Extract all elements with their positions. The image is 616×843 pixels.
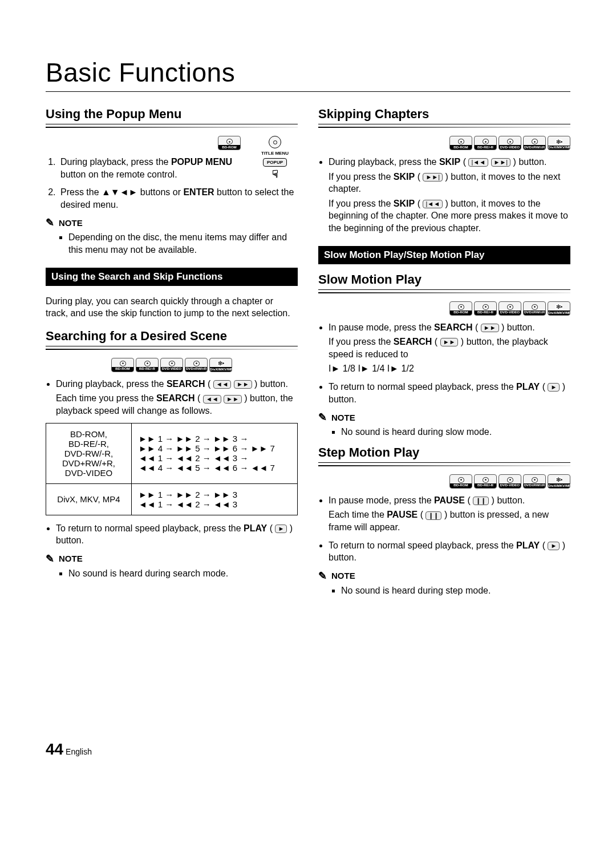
slow-bullet: In pause mode, press the SEARCH ( ►► ) b… — [329, 321, 570, 375]
play-icon: ► — [275, 525, 287, 533]
note-item: No sound is heard during step mode. — [341, 584, 570, 597]
media-badge: BD-ROM — [218, 136, 241, 150]
hand-pointer-icon: ☟ — [272, 169, 278, 179]
table-media-cell: DivX, MKV, MP4 — [46, 483, 132, 515]
note-heading: ✎ NOTE — [46, 216, 298, 229]
note-item: Depending on the disc, the menu items ma… — [68, 231, 298, 256]
rewind-icon: ◄◄ — [213, 380, 232, 389]
table-speed-cell: ►► 1 → ►► 2 → ►► 3 ◄◄ 1 → ◄◄ 2 → ◄◄ 3 — [131, 483, 297, 515]
skip-back-icon: |◄◄ — [468, 158, 488, 167]
search-bullet: During playback, press the SEARCH ( ◄◄ ►… — [56, 378, 298, 417]
pencil-icon: ✎ — [318, 411, 327, 423]
forward-icon: ►► — [481, 324, 499, 332]
slow-return-bullet: To return to normal speed playback, pres… — [329, 381, 570, 405]
media-badge-row: BD-ROM BD-RE/-R DVD-VIDEO DVD±RW/±R DivX… — [46, 358, 298, 372]
pause-icon: ❙❙ — [425, 511, 441, 520]
left-column: Using the Popup Menu TITLE MENU POPUP ☟ … — [46, 107, 298, 603]
title-menu-label: TITLE MENU — [261, 151, 289, 156]
disc-icon — [269, 136, 281, 148]
heading-skipping-chapters: Skipping Chapters — [318, 107, 570, 122]
forward-icon: ►► — [440, 338, 459, 346]
pencil-icon: ✎ — [318, 570, 327, 582]
table-media-cell: BD-ROM, BD-RE/-R, DVD-RW/-R, DVD+RW/+R, … — [46, 423, 132, 483]
remote-popup-diagram: TITLE MENU POPUP ☟ — [252, 136, 298, 179]
step-2: Press the ▲▼◄► buttons or ENTER button t… — [58, 186, 298, 211]
popup-key: POPUP — [263, 158, 287, 167]
rewind-icon: ◄◄ — [203, 395, 221, 404]
section-bar-slow-step: Slow Motion Play/Step Motion Play — [318, 246, 570, 264]
slow-speed-steps: I► 1/8 I► 1/4 I► 1/2 — [329, 362, 570, 375]
skip-back-icon: |◄◄ — [423, 200, 443, 208]
skip-forward-icon: ►►| — [491, 158, 511, 167]
manual-page: Basic Functions Using the Popup Menu TIT… — [0, 0, 616, 793]
right-column: Skipping Chapters BD-ROM BD-RE/-R DVD-VI… — [318, 107, 570, 603]
media-badge-row: BD-ROM BD-RE/-R DVD-VIDEO DVD±RW/±R DivX… — [318, 301, 570, 316]
note-item: No sound is heard during search mode. — [68, 567, 298, 580]
forward-icon: ►► — [234, 380, 252, 389]
skip-bullet: During playback, press the SKIP ( |◄◄ ►►… — [329, 156, 570, 235]
section-bar-search-skip: Using the Search and Skip Functions — [46, 268, 298, 286]
forward-icon: ►► — [224, 395, 242, 404]
search-skip-desc: During play, you can search quickly thro… — [46, 295, 298, 320]
note-heading: ✎ NOTE — [318, 411, 570, 423]
page-number: 44 — [46, 740, 63, 759]
pencil-icon: ✎ — [46, 216, 54, 229]
pause-icon: ❙❙ — [473, 497, 489, 505]
media-badge-row: BD-ROM BD-RE/-R DVD-VIDEO DVD±RW/±R DivX… — [318, 474, 570, 489]
skip-forward-icon: ►►| — [423, 173, 443, 181]
table-speed-cell: ►► 1 → ►► 2 → ►► 3 → ►► 4 → ►► 5 → ►► 6 … — [131, 423, 297, 483]
page-language: English — [66, 747, 92, 756]
page-footer: 44 English — [46, 740, 570, 759]
return-bullet: To return to normal speed playback, pres… — [56, 522, 298, 547]
page-title: Basic Functions — [46, 57, 570, 88]
media-badge-row: BD-ROM BD-RE/-R DVD-VIDEO DVD±RW/±R DivX… — [318, 136, 570, 150]
note-heading: ✎ NOTE — [46, 552, 298, 565]
note-heading: ✎ NOTE — [318, 570, 570, 582]
heading-searching-scene: Searching for a Desired Scene — [46, 329, 298, 344]
step-return-bullet: To return to normal speed playback, pres… — [329, 539, 570, 564]
heading-popup-menu: Using the Popup Menu — [46, 107, 298, 122]
step-bullet: In pause mode, press the PAUSE ( ❙❙ ) bu… — [329, 494, 570, 534]
speed-table: BD-ROM, BD-RE/-R, DVD-RW/-R, DVD+RW/+R, … — [46, 423, 298, 515]
play-icon: ► — [548, 383, 560, 392]
heading-slow-motion: Slow Motion Play — [318, 272, 570, 287]
heading-step-motion: Step Motion Play — [318, 445, 570, 460]
pencil-icon: ✎ — [46, 552, 54, 565]
note-item: No sound is heard during slow mode. — [341, 426, 570, 438]
play-icon: ► — [548, 542, 560, 550]
title-rule — [46, 91, 570, 92]
